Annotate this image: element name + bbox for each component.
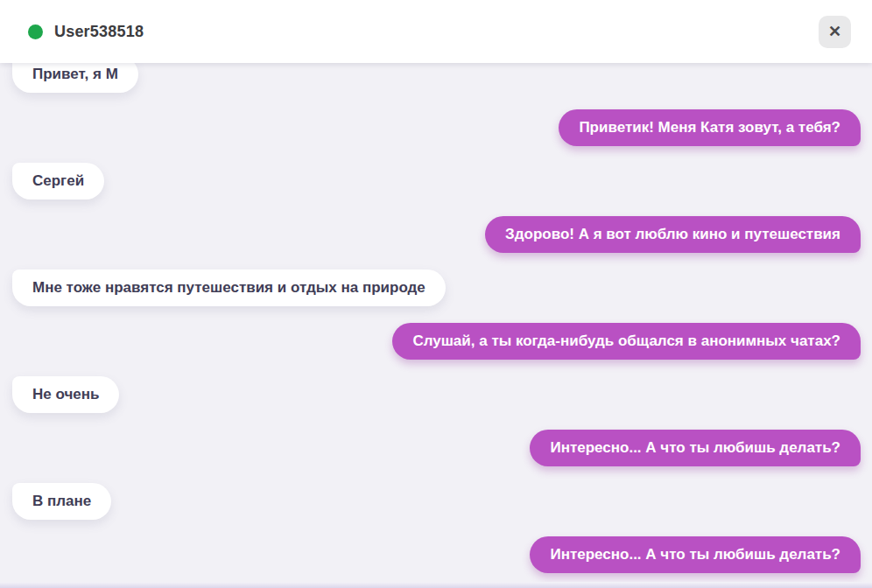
outgoing-message-row: Слушай, а ты когда-нибудь общался в анон… <box>12 323 861 360</box>
online-status-dot <box>28 24 43 39</box>
outgoing-message-bubble: Слушай, а ты когда-нибудь общался в анон… <box>392 323 861 360</box>
incoming-message-bubble: В плане <box>12 483 111 520</box>
input-bar-top-edge <box>0 582 872 588</box>
close-chat-button[interactable]: ✕ <box>819 16 851 48</box>
close-icon: ✕ <box>828 24 841 39</box>
outgoing-message-bubble: Здорово! А я вот люблю кино и путешестви… <box>485 216 861 253</box>
outgoing-message-row: Приветик! Меня Катя зовут, а тебя? <box>12 109 861 146</box>
outgoing-message-row: Интересно... А что ты любишь делать? <box>12 536 861 573</box>
chat-header: User538518 ✕ <box>0 0 872 63</box>
incoming-message-row: Привет, я М <box>12 63 861 93</box>
incoming-message-row: Не очень <box>12 376 861 413</box>
incoming-message-bubble: Сергей <box>12 163 104 200</box>
incoming-message-bubble: Не очень <box>12 376 119 413</box>
outgoing-message-row: Здорово! А я вот люблю кино и путешестви… <box>12 216 861 253</box>
incoming-message-row: Мне тоже нравятся путешествия и отдых на… <box>12 270 861 306</box>
outgoing-message-bubble: Интересно... А что ты любишь делать? <box>530 536 861 573</box>
incoming-message-bubble: Привет, я М <box>12 63 138 93</box>
incoming-message-row: Сергей <box>12 163 861 200</box>
incoming-message-bubble: Мне тоже нравятся путешествия и отдых на… <box>12 270 446 306</box>
incoming-message-row: В плане <box>12 483 861 520</box>
message-scroll-area[interactable]: Привет, я М Приветик! Меня Катя зовут, а… <box>0 63 872 582</box>
outgoing-message-bubble: Приветик! Меня Катя зовут, а тебя? <box>559 109 861 146</box>
outgoing-message-bubble: Интересно... А что ты любишь делать? <box>530 430 861 466</box>
chat-window: User538518 ✕ Привет, я М Приветик! Меня … <box>0 0 872 588</box>
outgoing-message-row: Интересно... А что ты любишь делать? <box>12 430 861 466</box>
chat-partner-username: User538518 <box>54 23 144 41</box>
